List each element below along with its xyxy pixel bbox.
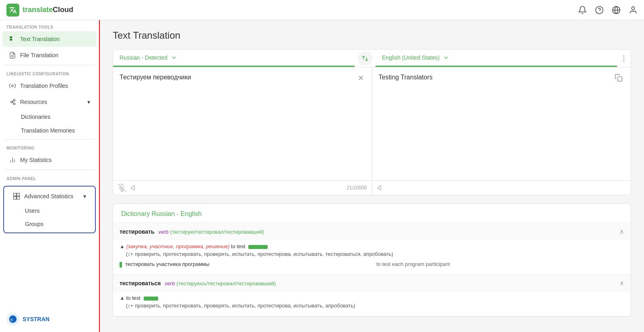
translation-body: Тестируем переводчики ✕ Testing Translat…	[113, 67, 631, 180]
output-volume-icon[interactable]	[377, 184, 385, 192]
help-icon[interactable]	[595, 6, 604, 15]
main-layout: TRANSLATION TOOLS Text Translation File …	[0, 20, 644, 332]
svg-rect-4	[10, 36, 12, 38]
svg-marker-23	[132, 185, 135, 190]
dict-example-src-1: тестировать участника программы	[125, 261, 373, 267]
target-lang-chevron-icon	[443, 54, 449, 61]
svg-text:S: S	[11, 318, 13, 322]
svg-point-10	[13, 99, 15, 101]
translation-profiles-label: Translation Profiles	[20, 83, 68, 89]
sidebar-item-resources[interactable]: Resources ▾	[2, 94, 97, 110]
users-label: Users	[25, 208, 40, 214]
logo-icon	[6, 4, 19, 17]
svg-rect-17	[14, 197, 17, 199]
my-statistics-icon	[9, 156, 16, 164]
text-translation-icon	[9, 35, 16, 43]
dict-entry-1-chevron-icon: ∧	[619, 228, 624, 235]
logo-area: translateCloud	[6, 4, 73, 17]
resources-chevron-icon: ▾	[87, 99, 90, 105]
dict-entry-2-header[interactable]: тестироваться verb (тестируюсь/тестирова…	[113, 274, 631, 292]
dict-entry-2-chevron-icon: ∧	[619, 279, 624, 287]
section-monitoring: MONITORING	[0, 141, 99, 152]
groups-label: Groups	[25, 221, 43, 227]
translation-header: Russian - Detected English (United State…	[113, 50, 631, 67]
dict-entry-2-body: ▲ to test (↕+ проверить, протестировать,…	[113, 292, 631, 316]
text-translation-label: Text Translation	[20, 36, 60, 42]
sidebar-item-translation-profiles[interactable]: Translation Profiles	[2, 78, 97, 93]
sidebar: TRANSLATION TOOLS Text Translation File …	[0, 20, 100, 332]
advanced-statistics-icon	[13, 193, 20, 200]
systran-logo-icon: S	[6, 313, 19, 326]
sidebar-item-file-translation[interactable]: File Translation	[2, 48, 97, 63]
mute-icon[interactable]	[118, 184, 126, 192]
output-text: Testing Translators	[379, 74, 613, 81]
divider-3	[5, 170, 94, 170]
logo-text: translateCloud	[23, 6, 73, 14]
svg-point-9	[11, 101, 13, 103]
dict-example-tgt-1: to test each program participant	[376, 261, 624, 267]
file-translation-icon	[9, 52, 16, 59]
dict-alt-line-2: (↕+ проверить, протестировать, проверять…	[120, 303, 624, 309]
admin-panel-box: Advanced Statistics ▾ Users Groups	[3, 186, 96, 233]
section-translation-tools: TRANSLATION TOOLS	[0, 20, 99, 31]
resources-icon	[9, 98, 16, 106]
volume-icon[interactable]	[131, 184, 139, 192]
resources-label: Resources	[20, 99, 47, 105]
dict-entry-1-header[interactable]: тестировать verb (тестирую/тестировал/те…	[113, 223, 631, 240]
sidebar-item-text-translation[interactable]: Text Translation	[2, 31, 97, 47]
target-text-area: Testing Translators	[372, 67, 631, 180]
source-lang-selector[interactable]: Russian - Detected	[113, 50, 355, 67]
swap-languages-button[interactable]	[358, 51, 372, 66]
systran-brand-label: SYSTRAN	[23, 316, 50, 322]
section-admin: ADMIN PANEL	[0, 172, 99, 183]
source-lang-chevron-icon	[171, 54, 177, 61]
divider-1	[5, 65, 94, 65]
header-icons	[578, 6, 638, 15]
dict-word-1: тестировать verb (тестирую/тестировал/те…	[120, 228, 264, 235]
svg-point-11	[13, 103, 15, 105]
source-lang-label: Russian - Detected	[120, 54, 167, 61]
dict-alt-line-1: (↕+ проверить, протестировать, проверять…	[120, 251, 624, 257]
svg-rect-15	[14, 193, 17, 196]
sidebar-subitem-users[interactable]: Users	[6, 204, 93, 217]
translation-profiles-icon	[9, 82, 16, 89]
source-footer: 21/10000	[113, 181, 372, 195]
main-content: Text Translation Russian - Detected	[100, 20, 644, 332]
dict-entry-1: тестировать verb (тестирую/тестировал/те…	[113, 223, 631, 274]
notification-icon[interactable]	[578, 6, 587, 15]
file-translation-label: File Translation	[20, 52, 58, 58]
header: translateCloud	[0, 0, 644, 20]
sidebar-subitem-translation-memories[interactable]: Translation Memories	[2, 124, 97, 137]
systran-logo: S SYSTRAN	[6, 313, 50, 326]
translation-panel: Russian - Detected English (United State…	[113, 49, 631, 195]
sidebar-item-advanced-statistics[interactable]: Advanced Statistics ▾	[6, 189, 93, 204]
account-icon[interactable]	[629, 6, 638, 15]
section-linguistic: LINGUISTIC CONFIGURATION	[0, 67, 99, 78]
dict-source-line-2: ▲ to test	[120, 295, 624, 301]
svg-rect-16	[17, 193, 20, 196]
more-options-button[interactable]: ⋮	[617, 52, 631, 65]
target-lang-label: English (United States)	[382, 54, 440, 61]
svg-point-3	[632, 6, 634, 9]
dict-entry-1-body: ▲ (закупка, участник, программа, решение…	[113, 240, 631, 274]
clear-input-button[interactable]: ✕	[356, 74, 365, 83]
source-text-area: Тестируем переводчики ✕	[113, 67, 372, 180]
input-text-row: Тестируем переводчики ✕	[120, 74, 365, 83]
translation-footer: 21/10000	[113, 180, 631, 195]
copy-output-button[interactable]	[613, 74, 624, 83]
dict-example-1: тестировать участника программы to test …	[120, 259, 624, 269]
svg-rect-5	[10, 39, 12, 41]
output-footer-icons	[377, 184, 385, 192]
translation-memories-label: Translation Memories	[21, 127, 75, 134]
dictionary-section: Dictionary Russian - English тестировать…	[113, 203, 631, 317]
language-icon[interactable]	[612, 6, 621, 15]
sidebar-subitem-dictionaries[interactable]: Dictionaries	[2, 110, 97, 123]
target-lang-selector[interactable]: English (United States)	[376, 50, 617, 67]
sidebar-footer: S SYSTRAN	[0, 306, 99, 332]
frequency-bar-1	[248, 245, 268, 249]
svg-rect-18	[17, 197, 20, 199]
divider-2	[5, 139, 94, 139]
sidebar-subitem-groups[interactable]: Groups	[6, 218, 93, 230]
sidebar-item-my-statistics[interactable]: My Statistics	[2, 152, 97, 168]
char-count: 21/10000	[347, 185, 367, 191]
